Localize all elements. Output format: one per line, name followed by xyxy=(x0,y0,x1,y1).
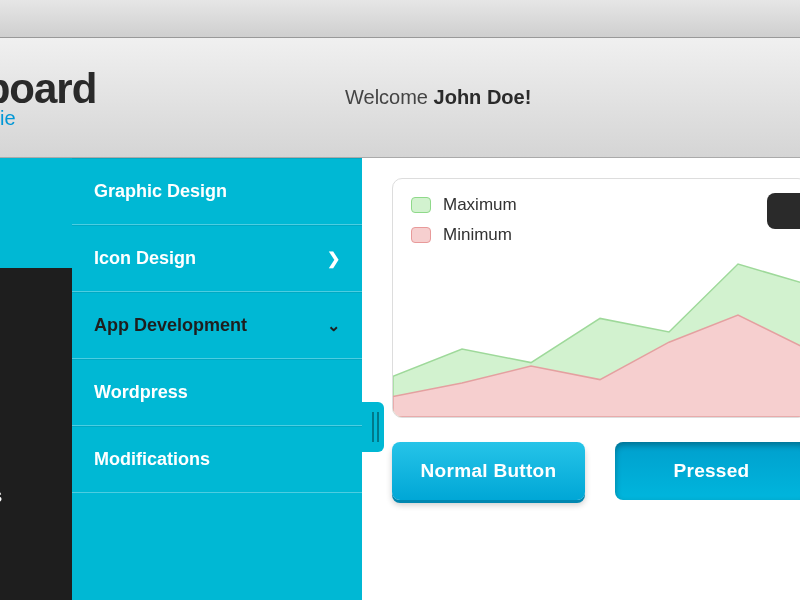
chart-legend: Maximum Minimum xyxy=(411,195,517,245)
pressed-button[interactable]: Pressed xyxy=(615,442,800,500)
app-title: hboard xyxy=(0,65,96,113)
chevron-down-icon: ⌄ xyxy=(327,316,340,335)
submenu-label: App Development xyxy=(94,315,247,336)
title-block: hboard reebie xyxy=(0,65,96,130)
swatch-min-icon xyxy=(411,227,431,243)
legend-row-max: Maximum xyxy=(411,195,517,215)
left-nav: CTS xyxy=(0,158,72,600)
drag-handle-icon[interactable] xyxy=(372,412,379,442)
window-chrome xyxy=(0,0,800,38)
submenu-item-modifications[interactable]: Modifications xyxy=(72,426,362,493)
app-header: hboard reebie Welcome John Doe! xyxy=(0,38,800,158)
submenu-label: Graphic Design xyxy=(94,181,227,202)
submenu-label: Icon Design xyxy=(94,248,196,269)
swatch-max-icon xyxy=(411,197,431,213)
legend-row-min: Minimum xyxy=(411,225,517,245)
area-chart xyxy=(393,247,800,417)
legend-label-max: Maximum xyxy=(443,195,517,215)
content: CTS Graphic Design Icon Design ❯ App Dev… xyxy=(0,158,800,600)
chevron-right-icon: ❯ xyxy=(327,249,340,268)
submenu-label: Wordpress xyxy=(94,382,188,403)
welcome-prefix: Welcome xyxy=(345,86,434,108)
welcome-username: John Doe! xyxy=(434,86,532,108)
chart-card: Maximum Minimum xyxy=(392,178,800,418)
main-area: Maximum Minimum Normal Button Pressed xyxy=(362,158,800,600)
nav-label-projects: CTS xyxy=(0,488,72,505)
welcome-text: Welcome John Doe! xyxy=(96,86,780,109)
submenu-item-app-development[interactable]: App Development ⌄ xyxy=(72,292,362,359)
button-row: Normal Button Pressed xyxy=(392,442,800,500)
nav-item-active[interactable] xyxy=(0,158,72,268)
submenu: Graphic Design Icon Design ❯ App Develop… xyxy=(72,158,362,600)
help-button[interactable] xyxy=(767,193,800,229)
submenu-item-icon-design[interactable]: Icon Design ❯ xyxy=(72,225,362,292)
legend-label-min: Minimum xyxy=(443,225,512,245)
submenu-label: Modifications xyxy=(94,449,210,470)
submenu-item-graphic-design[interactable]: Graphic Design xyxy=(72,158,362,225)
normal-button[interactable]: Normal Button xyxy=(392,442,585,500)
submenu-item-wordpress[interactable]: Wordpress xyxy=(72,359,362,426)
chart-area xyxy=(393,247,800,417)
